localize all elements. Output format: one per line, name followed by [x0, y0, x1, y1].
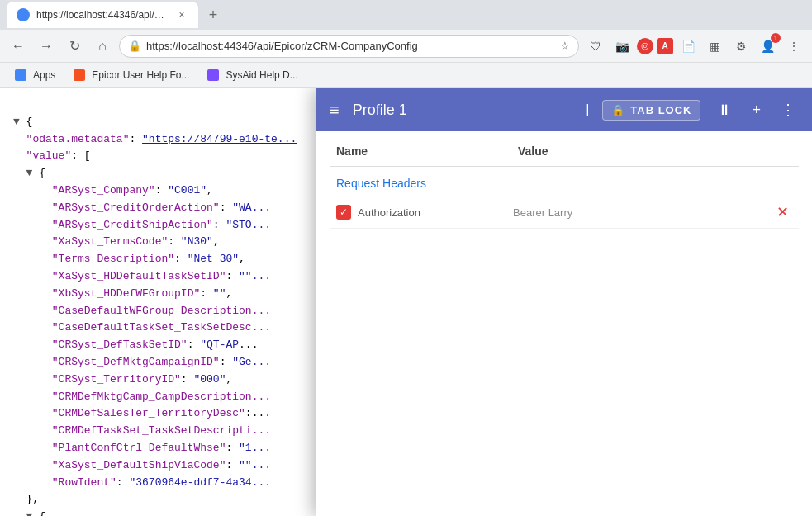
panel-header: ≡ Profile 1 | 🔒 TAB LOCK ⏸ + ⋮ — [316, 88, 812, 131]
epicor-bookmark-label: Epicor User Help Fo... — [92, 69, 189, 81]
tab-bar: https://localhost:44346/api/Epicc... × + — [0, 0, 812, 30]
delete-row-button[interactable]: ✕ — [773, 201, 792, 223]
overlay-panel: ≡ Profile 1 | 🔒 TAB LOCK ⏸ + ⋮ Name Valu… — [316, 88, 812, 516]
home-button[interactable]: ⌂ — [91, 35, 114, 58]
add-button[interactable]: + — [748, 98, 764, 122]
notification-badge: 1 — [771, 33, 781, 43]
extension-grid-icon[interactable]: ▦ — [703, 35, 726, 58]
extension-red-icon[interactable]: A — [657, 38, 673, 54]
page-content: ▼ { "odata.metadata": "https://84799-e10… — [0, 88, 812, 516]
panel-menu-icon[interactable]: ≡ — [330, 101, 340, 120]
bookmark-sysaid[interactable]: SysAid Help D... — [202, 68, 302, 83]
row-checkbox[interactable]: ✓ — [336, 205, 351, 220]
apps-bookmark-label: Apps — [33, 69, 55, 81]
tab-lock-button[interactable]: 🔒 TAB LOCK — [602, 100, 700, 121]
collapse-triangle-2[interactable]: ▼ — [26, 167, 33, 179]
row-name-authorization: Authorization — [358, 206, 506, 219]
bookmark-epicor-help[interactable]: Epicor User Help Fo... — [69, 68, 194, 83]
extension-shield-icon[interactable]: 🛡 — [584, 35, 607, 58]
col-value-header: Value — [518, 144, 792, 158]
ssl-lock-icon: 🔒 — [128, 40, 141, 52]
panel-title: Profile 1 — [353, 102, 572, 119]
checkmark-icon: ✓ — [340, 206, 348, 218]
url-text: https://localhost:44346/api/Epicor/zCRM-… — [146, 40, 418, 52]
forward-button[interactable]: → — [35, 35, 58, 58]
bookmark-apps[interactable]: Apps — [10, 68, 60, 83]
browser-chrome: https://localhost:44346/api/Epicc... × +… — [0, 0, 812, 88]
extension-circle-icon[interactable]: ◎ — [637, 38, 653, 54]
panel-cursor: | — [586, 102, 589, 117]
extension-camera-icon[interactable]: 📷 — [610, 35, 634, 58]
profile-icon[interactable]: 👤 1 — [756, 35, 779, 58]
collapse-triangle-3[interactable]: ▼ — [26, 510, 33, 516]
browser-menu-icon[interactable]: ⋮ — [782, 35, 805, 58]
request-headers-label: Request Headers — [330, 167, 799, 196]
pause-button[interactable]: ⏸ — [714, 98, 735, 122]
back-button[interactable]: ← — [7, 35, 30, 58]
tab-lock-label: TAB LOCK — [630, 104, 691, 116]
tab-lock-icon: 🔒 — [611, 104, 625, 116]
apps-bookmark-icon — [15, 69, 26, 81]
extension-doc-icon[interactable]: 📄 — [677, 35, 700, 58]
panel-table-header: Name Value — [330, 144, 799, 167]
epicor-bookmark-icon — [74, 69, 85, 81]
bookmark-star-icon[interactable]: ☆ — [560, 40, 570, 52]
reload-button[interactable]: ↻ — [63, 35, 86, 58]
tab-favicon — [17, 8, 30, 21]
nav-bar: ← → ↻ ⌂ 🔒 https://localhost:44346/api/Ep… — [0, 30, 812, 63]
tab-title: https://localhost:44346/api/Epicc... — [36, 9, 169, 21]
bookmarks-bar: Apps Epicor User Help Fo... SysAid Help … — [0, 63, 812, 88]
sysaid-bookmark-icon — [207, 69, 219, 81]
sysaid-bookmark-label: SysAid Help D... — [226, 69, 297, 81]
more-button[interactable]: ⋮ — [777, 97, 799, 122]
col-name-header: Name — [336, 144, 518, 158]
browser-extensions: 🛡 📷 ◎ A 📄 ▦ ⚙ 👤 1 ⋮ — [584, 35, 805, 58]
new-tab-button[interactable]: + — [202, 3, 225, 26]
address-bar[interactable]: 🔒 https://localhost:44346/api/Epicor/zCR… — [119, 35, 579, 58]
authorization-row: ✓ Authorization Bearer Larry ✕ — [330, 196, 799, 229]
settings-icon[interactable]: ⚙ — [729, 35, 753, 58]
panel-body: Name Value Request Headers ✓ Authorizati… — [316, 131, 812, 516]
collapse-triangle-1[interactable]: ▼ — [13, 116, 20, 128]
row-value-authorization: Bearer Larry — [513, 206, 767, 219]
tab-close-button[interactable]: × — [175, 8, 188, 21]
active-tab[interactable]: https://localhost:44346/api/Epicc... × — [7, 2, 198, 28]
